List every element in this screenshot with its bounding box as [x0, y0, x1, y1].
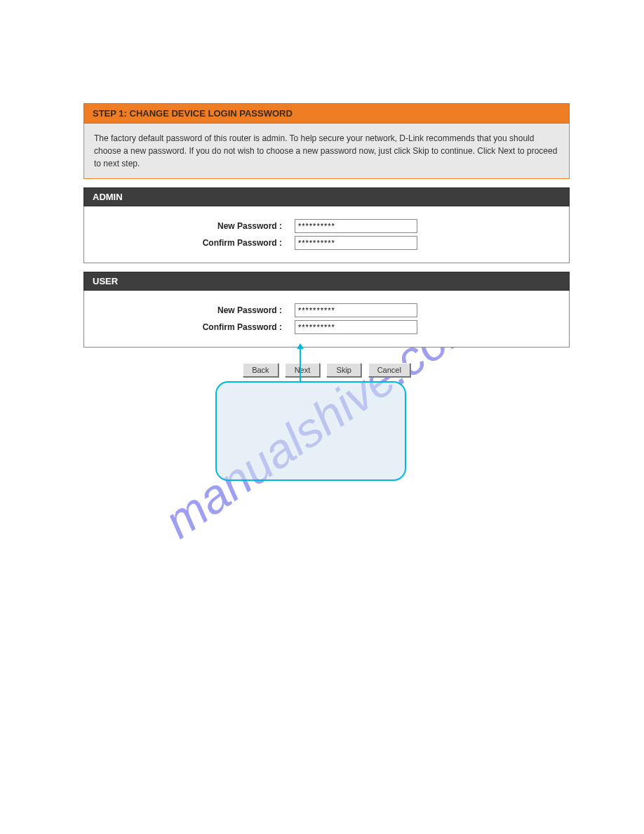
next-button[interactable]: Next	[285, 363, 320, 377]
step-description: The factory default password of this rou…	[83, 124, 570, 179]
button-row: Back Next Skip Cancel	[83, 363, 570, 377]
admin-section-header: ADMIN	[83, 187, 570, 206]
user-confirm-password-input[interactable]	[295, 320, 417, 334]
wizard-panel: STEP 1: CHANGE DEVICE LOGIN PASSWORD The…	[83, 103, 570, 377]
admin-confirm-password-input[interactable]	[295, 236, 417, 250]
callout-box	[215, 381, 406, 481]
callout-arrow-icon	[300, 348, 301, 383]
admin-new-password-input[interactable]	[295, 219, 417, 233]
user-section-header: USER	[83, 272, 570, 291]
admin-section-body: New Password : Confirm Password :	[83, 206, 570, 263]
user-new-password-row: New Password :	[84, 303, 569, 317]
admin-new-password-label: New Password :	[84, 221, 295, 231]
admin-confirm-password-label: Confirm Password :	[84, 238, 295, 248]
user-new-password-label: New Password :	[84, 305, 295, 315]
cancel-button[interactable]: Cancel	[368, 363, 410, 377]
admin-confirm-password-row: Confirm Password :	[84, 236, 569, 250]
user-section-body: New Password : Confirm Password :	[83, 291, 570, 348]
user-confirm-password-label: Confirm Password :	[84, 322, 295, 332]
user-new-password-input[interactable]	[295, 303, 417, 317]
admin-new-password-row: New Password :	[84, 219, 569, 233]
user-confirm-password-row: Confirm Password :	[84, 320, 569, 334]
step-header: STEP 1: CHANGE DEVICE LOGIN PASSWORD	[83, 103, 570, 124]
back-button[interactable]: Back	[243, 363, 278, 377]
skip-button[interactable]: Skip	[326, 363, 361, 377]
